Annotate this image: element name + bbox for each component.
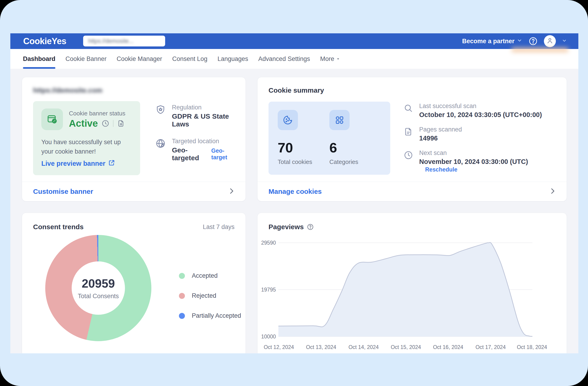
globe-icon [155,138,166,162]
tab-consent-log[interactable]: Consent Log [172,49,208,69]
user-icon [546,37,554,45]
external-link-icon [108,159,115,168]
top-navbar: CookieYes https://demosite... Become a p… [10,33,578,49]
status-label: Cookie banner status [69,110,126,117]
help-button[interactable] [528,36,538,46]
caret-down-icon [336,55,340,63]
last-scan-value: October 10, 2024 03:30:05 (UTC+00:00) [419,111,542,119]
cookieyes-logo: CookieYes [23,36,66,46]
legend-item: Rejected [179,292,241,299]
tab-cookie-manager[interactable]: Cookie Manager [117,49,162,69]
user-avatar-button[interactable] [544,35,556,47]
next-scan-label: Next scan [419,149,556,157]
total-cookies-label: Total cookies [278,159,329,165]
blurred-banner [512,47,568,52]
chevron-right-icon [549,187,557,196]
regulation-value: GDPR & US State Laws [172,113,234,128]
x-axis-label: Oct 15, 2024 [391,344,421,350]
site-url-title: https://demosite.com [33,87,234,94]
manage-cookies-row[interactable]: Manage cookies [257,182,567,201]
consent-trends-title: Consent trends [33,223,84,231]
search-icon [403,103,413,119]
consent-donut: 20959 Total Consents [45,235,151,341]
x-axis-label: Oct 14, 2024 [348,344,379,350]
total-consents-value: 20959 [82,276,115,290]
total-consents-label: Total Consents [78,293,119,300]
next-scan-value: November 10, 2024 03:30:00 (UTC) [419,158,528,165]
pageviews-plot [278,241,532,338]
partially-accepted-dot [179,313,185,319]
consent-trends-card: Consent trends Last 7 days 20959 Total C… [22,213,246,353]
categories-stat: 6 Categories [329,110,381,166]
app-window: CookieYes https://demosite... Become a p… [10,33,578,353]
x-axis-label: Oct 16, 2024 [433,344,463,350]
banner-status-card: https://demosite.com Cookie banner statu… [22,77,246,201]
chevron-right-icon [228,187,235,196]
location-value: Geo-targeted [172,146,206,162]
status-message: You have successfully set up your cookie… [41,137,132,156]
cookie-banner-icon [41,109,63,130]
help-circle-icon[interactable] [307,224,314,230]
categories-icon [329,110,350,130]
cookie-summary-card: Cookie summary 70 Total cookies [257,77,567,201]
legend-item: Accepted [179,272,241,279]
tab-dashboard[interactable]: Dashboard [23,49,55,69]
total-cookies-stat: 70 Total cookies [278,110,329,166]
shield-star-icon [155,104,166,128]
account-chevron-down-icon[interactable] [562,38,567,44]
donut-center: 20959 Total Consents [72,261,125,315]
accepted-dot [179,273,185,279]
total-cookies-value: 70 [278,140,329,156]
customise-banner-link[interactable]: Customise banner [33,188,93,195]
tab-advanced-settings[interactable]: Advanced Settings [258,49,310,69]
regulation-label: Regulation [172,104,234,111]
banner-status-panel: Cookie banner status Active [33,101,140,175]
tab-languages[interactable]: Languages [217,49,248,69]
pageviews-title: Pageviews [269,223,304,231]
tab-more[interactable]: More [320,49,340,69]
x-axis-label: Oct 17, 2024 [475,344,506,350]
last-scan-label: Last successful scan [419,103,542,110]
legend-item: Partially Accepted [179,312,241,319]
y-axis-label: 19795 [257,287,276,293]
status-value: Active [69,118,98,129]
reschedule-link[interactable]: Reschedule [425,166,457,173]
geo-target-link[interactable]: Geo-target [211,147,234,161]
period-label: Last 7 days [203,224,234,231]
cookie-icon [278,110,298,130]
become-partner-button[interactable]: Become a partner [462,38,522,45]
live-preview-link[interactable]: Live preview banner [41,159,132,168]
rescan-page-icon[interactable] [117,119,125,127]
pages-scanned-label: Pages scanned [419,126,462,133]
x-axis-label: Oct 12, 2024 [264,344,294,350]
app-background: CookieYes https://demosite... Become a p… [0,0,588,386]
manage-cookies-link[interactable]: Manage cookies [269,188,322,195]
x-axis-label: Oct 13, 2024 [306,344,336,350]
site-url-selector[interactable]: https://demosite... [83,36,165,46]
pages-scanned-value: 14996 [419,135,462,142]
x-axis-label: Oct 18, 2024 [517,344,547,350]
pageviews-chart: 295901979510000 Oct 12, 2024Oct 13, 2024… [257,241,567,353]
location-label: Targeted location [172,138,234,145]
y-axis-label: 10000 [257,334,276,340]
clock-icon [403,150,413,173]
categories-value: 6 [329,140,381,156]
site-url-blurred: https://demosite... [88,38,133,44]
customise-banner-row[interactable]: Customise banner [22,182,246,201]
summary-title: Cookie summary [269,87,556,94]
y-axis-label: 29590 [257,240,276,246]
tab-cookie-banner[interactable]: Cookie Banner [65,49,106,69]
rejected-dot [179,293,185,299]
document-icon [403,127,413,142]
main-tabbar: Dashboard Cookie Banner Cookie Manager C… [10,49,578,69]
status-history-icon[interactable] [102,119,109,127]
categories-label: Categories [329,159,381,165]
chevron-down-icon [517,38,522,45]
consent-legend: Accepted Rejected Partially Accepted [179,272,241,319]
pageviews-card: Pageviews 295901979510000 Oct 12, 2024Oc… [257,213,567,353]
cookie-stats-panel: 70 Total cookies 6 Categories [269,102,390,175]
divider [113,120,113,127]
